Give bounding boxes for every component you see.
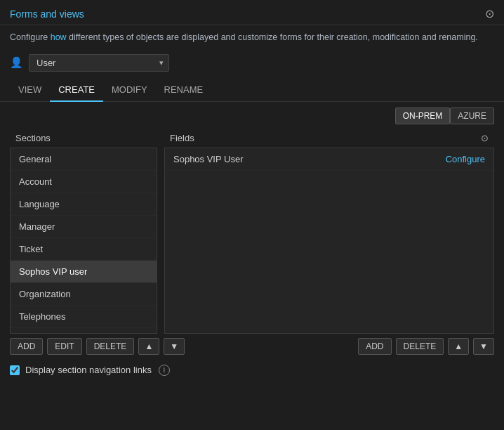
collapse-icon[interactable]: ⊙ <box>485 7 494 20</box>
panels-row: Sections General Account Language Manage… <box>0 129 504 355</box>
fields-add-button[interactable]: ADD <box>358 338 391 355</box>
fields-block: Fields ⊙ Sophos VIP User Configure ADD D… <box>164 129 494 355</box>
sections-header: Sections <box>10 129 157 148</box>
section-item-language[interactable]: Language <box>11 193 157 216</box>
info-icon[interactable]: i <box>159 365 170 376</box>
description-highlight: how <box>51 32 67 42</box>
fields-actions: ADD DELETE ▲ ▼ <box>164 334 494 355</box>
section-item-account[interactable]: Account <box>11 171 157 193</box>
sections-delete-button[interactable]: DELETE <box>86 338 135 355</box>
field-item-label: Sophos VIP User <box>173 154 243 164</box>
fields-down-button[interactable]: ▼ <box>473 338 494 355</box>
sections-up-button[interactable]: ▲ <box>138 338 159 355</box>
navigation-links-label: Display section navigation links <box>25 365 152 375</box>
object-type-dropdown-wrapper: User ▾ <box>29 54 169 72</box>
configure-link[interactable]: Configure <box>446 154 485 164</box>
panel-header: Forms and views ⊙ <box>0 0 504 25</box>
azure-button[interactable]: AZURE <box>450 107 494 124</box>
user-icon: 👤 <box>10 56 23 69</box>
panel-title: Forms and views <box>10 8 84 20</box>
tab-view[interactable]: VIEW <box>10 79 50 102</box>
fields-header: Fields ⊙ <box>164 129 494 148</box>
tab-rename[interactable]: RENAME <box>156 79 212 102</box>
fields-delete-button[interactable]: DELETE <box>396 338 444 355</box>
fields-list: Sophos VIP User Configure <box>164 148 494 334</box>
object-type-row: 👤 User ▾ <box>0 51 504 79</box>
section-item-ticket[interactable]: Ticket <box>11 238 157 261</box>
navigation-links-toggle: Display section navigation links <box>10 365 152 375</box>
environment-toggle-row: ON-PREM AZURE <box>0 102 504 129</box>
section-item-general[interactable]: General <box>11 148 157 171</box>
section-item-telephones[interactable]: Telephones <box>11 306 157 328</box>
fields-up-button[interactable]: ▲ <box>448 338 469 355</box>
field-item-sophos-vip-user[interactable]: Sophos VIP User Configure <box>165 148 493 171</box>
tab-modify[interactable]: MODIFY <box>103 79 156 102</box>
section-item-sophos-vip-user[interactable]: Sophos VIP user <box>11 261 157 283</box>
tab-create[interactable]: CREATE <box>50 79 103 102</box>
description-text: Configure how different types of objects… <box>0 25 504 51</box>
fields-chevron-icon[interactable]: ⊙ <box>481 133 489 143</box>
section-item-manager[interactable]: Manager <box>11 216 157 238</box>
fields-label: Fields <box>170 133 194 143</box>
section-item-organization[interactable]: Organization <box>11 283 157 306</box>
description-before: Configure <box>10 32 51 42</box>
sections-label: Sections <box>15 133 51 143</box>
description-after: different types of objects are displayed… <box>67 32 478 42</box>
sections-edit-button[interactable]: EDIT <box>47 338 81 355</box>
sections-add-button[interactable]: ADD <box>10 338 43 355</box>
object-type-select[interactable]: User <box>29 54 169 72</box>
on-prem-button[interactable]: ON-PREM <box>395 107 451 124</box>
sections-actions: ADD EDIT DELETE ▲ ▼ <box>10 334 157 355</box>
sections-block: Sections General Account Language Manage… <box>10 129 157 355</box>
tabs-row: VIEW CREATE MODIFY RENAME <box>0 79 504 102</box>
sections-list: General Account Language Manager Ticket … <box>10 148 157 334</box>
footer-row: Display section navigation links i <box>0 355 504 376</box>
navigation-links-checkbox[interactable] <box>10 365 20 375</box>
